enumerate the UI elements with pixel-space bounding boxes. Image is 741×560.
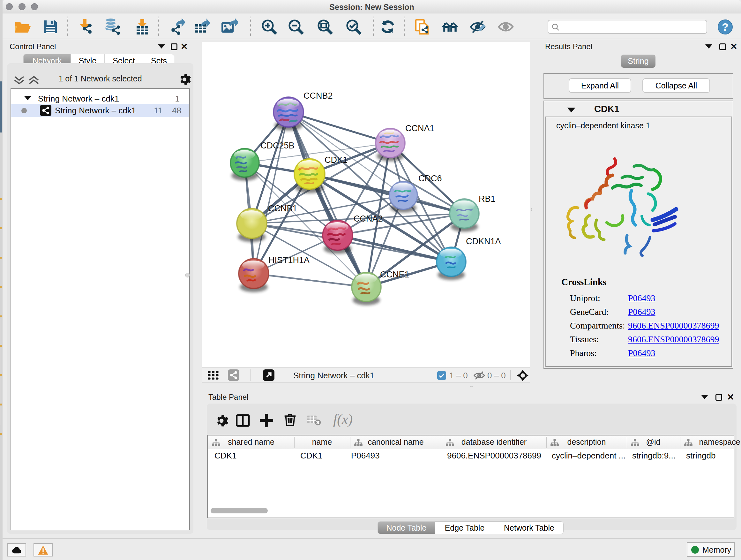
svg-text:CCNB1: CCNB1: [268, 204, 297, 213]
svg-text:CCNE1: CCNE1: [380, 270, 409, 279]
svg-text:CDKN1A: CDKN1A: [466, 237, 501, 246]
svg-text:CDK1: CDK1: [325, 155, 347, 165]
svg-text:HIST1H1A: HIST1H1A: [268, 255, 310, 265]
svg-text:CCNA2: CCNA2: [354, 214, 383, 224]
svg-text:CDC25B: CDC25B: [260, 141, 294, 150]
svg-text:CCNA1: CCNA1: [405, 124, 434, 133]
svg-text:CDC6: CDC6: [418, 174, 442, 183]
svg-text:RB1: RB1: [479, 194, 495, 204]
svg-text:CCNB2: CCNB2: [304, 91, 333, 101]
